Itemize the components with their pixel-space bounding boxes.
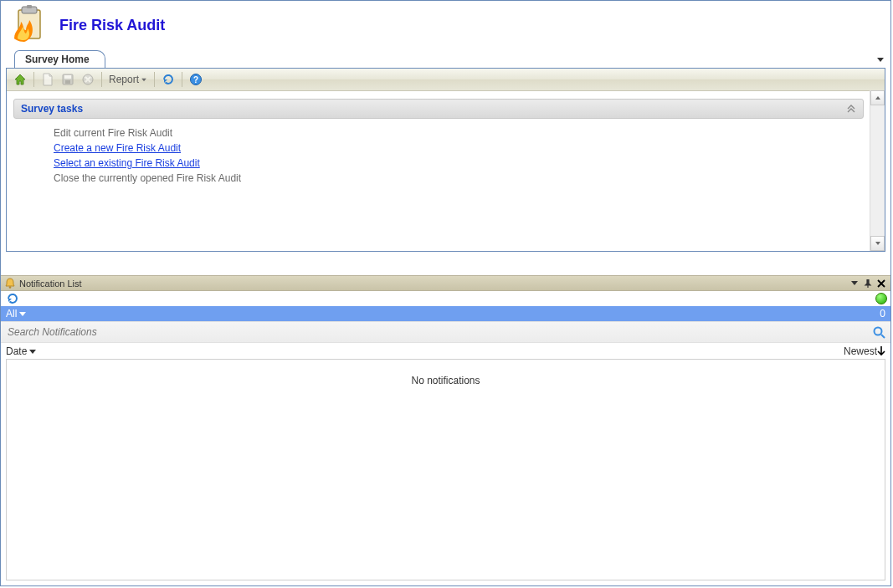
- status-indicator: [875, 293, 887, 304]
- svg-text:?: ?: [193, 75, 198, 84]
- home-button[interactable]: [12, 71, 28, 88]
- notification-titlebar: Notification List: [1, 276, 890, 291]
- scroll-up-button[interactable]: [870, 90, 885, 105]
- chevron-down-icon: [141, 78, 146, 81]
- svg-rect-4: [64, 75, 71, 79]
- toolbar-separator: [33, 72, 34, 87]
- notification-toolbar: [1, 291, 890, 306]
- search-icon[interactable]: [872, 325, 885, 339]
- content-area: Survey tasks Edit current Fire Risk Audi…: [7, 90, 870, 251]
- toolbar-separator: [154, 72, 155, 87]
- sort-row: Date Newest: [1, 343, 890, 360]
- empty-message: No notifications: [411, 375, 480, 386]
- scroll-down-button[interactable]: [870, 236, 885, 251]
- task-list: Edit current Fire Risk Audit Create a ne…: [13, 119, 864, 186]
- bell-icon: [4, 278, 16, 289]
- notification-title: Notification List: [19, 279, 847, 289]
- task-item-close: Close the currently opened Fire Risk Aud…: [54, 171, 864, 186]
- document-button: [39, 71, 56, 88]
- tabs-row: Survey Home: [1, 49, 890, 68]
- tab-survey-home[interactable]: Survey Home: [14, 50, 105, 68]
- sort-field-label: Date: [6, 345, 27, 357]
- cancel-button: [80, 71, 96, 88]
- scrollbar[interactable]: [870, 90, 885, 251]
- collapse-icon[interactable]: [846, 104, 856, 114]
- search-row: [1, 321, 890, 343]
- svg-point-9: [9, 286, 12, 289]
- arrow-down-icon: [877, 346, 885, 356]
- svg-point-10: [875, 328, 882, 335]
- panel-menu-button[interactable]: [849, 278, 860, 289]
- save-button: [59, 71, 76, 88]
- tab-overflow-button[interactable]: [877, 53, 884, 64]
- page-title: Fire Risk Audit: [59, 17, 165, 34]
- work-panel: Report ? Survey tasks Edit current Fire …: [6, 68, 885, 252]
- notification-refresh-button[interactable]: [4, 290, 21, 307]
- close-panel-button[interactable]: [875, 278, 887, 289]
- app-header: Fire Risk Audit: [1, 1, 890, 49]
- chevron-down-icon: [19, 312, 26, 316]
- survey-tasks-header[interactable]: Survey tasks: [13, 99, 864, 119]
- report-dropdown[interactable]: Report: [105, 74, 151, 85]
- sort-order-toggle[interactable]: Newest: [844, 345, 885, 357]
- filter-label: All: [6, 308, 17, 320]
- chevron-down-icon: [29, 350, 36, 354]
- task-item-edit: Edit current Fire Risk Audit: [54, 125, 864, 141]
- search-input[interactable]: [6, 325, 872, 339]
- task-item-create[interactable]: Create a new Fire Risk Audit: [54, 141, 864, 156]
- svg-rect-5: [65, 80, 70, 84]
- app-icon: [9, 5, 49, 45]
- filter-dropdown[interactable]: All: [6, 308, 26, 320]
- notification-count: 0: [880, 308, 885, 320]
- filter-bar: All 0: [1, 306, 890, 321]
- help-button[interactable]: ?: [187, 71, 204, 88]
- sort-field-dropdown[interactable]: Date: [6, 345, 36, 357]
- toolbar: Report ?: [7, 69, 885, 91]
- notification-list: No notifications: [6, 359, 885, 580]
- report-label: Report: [109, 74, 139, 85]
- toolbar-separator: [101, 72, 102, 87]
- svg-rect-2: [27, 5, 32, 8]
- app-window: Fire Risk Audit Survey Home Repor: [0, 0, 891, 586]
- notification-panel: Notification List All 0: [1, 275, 890, 585]
- sort-order-label: Newest: [844, 345, 877, 357]
- task-item-select[interactable]: Select an existing Fire Risk Audit: [54, 156, 864, 171]
- survey-tasks-title: Survey tasks: [21, 103, 83, 115]
- refresh-button[interactable]: [160, 71, 177, 88]
- pin-button[interactable]: [862, 278, 874, 289]
- toolbar-separator: [182, 72, 182, 87]
